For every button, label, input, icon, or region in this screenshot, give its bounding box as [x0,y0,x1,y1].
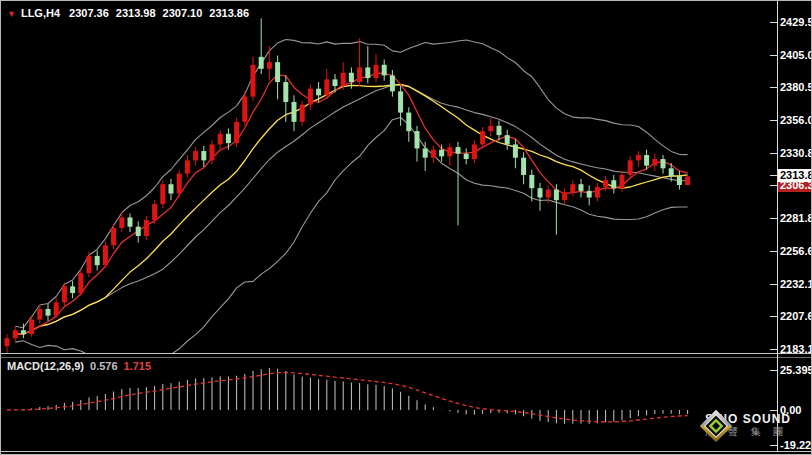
candle-body [21,330,26,334]
candle-body [37,309,42,320]
candle-body [611,180,616,188]
candle-body [251,65,256,97]
candle-body [390,75,395,91]
candle-body [406,113,411,132]
candle-body [554,190,559,201]
axis-tick-mark [770,55,777,56]
candle-body [308,89,313,105]
axis-tick-mark [770,120,777,121]
candle-body [431,150,436,158]
candle-body [505,135,510,144]
candle-body [456,147,461,154]
candle-body [103,245,108,265]
candle-body [685,176,690,185]
axis-tick-mark [770,218,777,219]
candle-body [603,180,608,187]
price-tick-label: 2232.10 [780,278,812,291]
candle-body [70,286,75,293]
axis-tick-mark [770,185,777,186]
moving-average-slow [15,85,687,335]
axis-tick-mark [770,410,777,411]
candle-body [677,176,682,185]
candle-body [423,148,428,157]
candle-body [538,188,543,197]
candle-body [185,160,190,173]
candle-body [210,144,215,160]
candle-body [111,228,116,245]
axis-tick-mark [770,175,777,176]
candle-body [513,144,518,157]
candle-body [579,184,584,191]
axis-tick-mark [770,87,777,88]
candle-body [46,309,51,316]
bollinger-middle-band [15,85,687,334]
bottom-border [1,451,811,452]
candle-body [546,190,551,198]
axis-tick-mark [770,349,777,350]
trading-chart-window: ▼LLG,H42307.362313.982307.102313.86 2429… [0,0,812,455]
macd-label-bar: MACD(12,26,9)0.5761.715 [7,360,151,372]
candle-body [636,155,641,160]
candle-body [275,62,280,82]
candle-body [488,126,493,131]
candle-body [152,204,157,220]
moving-average-fast [15,73,687,334]
price-chart-canvas[interactable] [2,2,777,353]
price-tick-label: 2256.60 [780,245,812,258]
macd-signal-value: 1.715 [124,360,152,372]
candle-body [300,105,305,122]
price-axis-line[interactable] [777,1,778,451]
candle-body [652,159,657,166]
candle-body [587,191,592,198]
candle-body [661,159,666,168]
axis-tick-mark [770,251,777,252]
axis-tick-mark [770,316,777,317]
price-tick-label: 2207.60 [780,310,812,323]
candle-body [324,79,329,95]
candle-body [595,187,600,198]
price-tick-label: 2405.00 [780,49,812,62]
open-value: 2307.36 [69,7,109,19]
panel-splitter[interactable] [1,353,811,354]
candle-body [292,102,297,122]
candle-body [78,273,83,293]
price-tick-label: 2380.50 [780,81,812,94]
candle-body [464,154,469,159]
candle-body [136,227,141,236]
price-tick-label: 2330.80 [780,147,812,160]
candle-body [365,67,370,78]
macd-signal-line [7,372,688,421]
current-price-label: 2313.86 [778,169,812,182]
candle-body [480,131,485,144]
candle-body [242,97,247,122]
macd-indicator-label: MACD(12,26,9) [7,360,84,372]
axis-tick-mark [770,284,777,285]
candle-body [13,330,18,338]
candle-body [620,175,625,188]
candle-body [415,131,420,148]
macd-main-value: 0.576 [90,360,118,372]
panel-splitter-shadow [1,357,811,358]
candle-body [341,73,346,86]
candle-body [128,217,133,226]
candle-body [177,174,182,194]
candle-body [234,122,239,143]
candle-body [398,91,403,112]
price-tick-label: 2356.00 [780,114,812,127]
candle-body [669,168,674,176]
candle-body [472,144,477,159]
close-value: 2313.86 [209,7,249,19]
candle-body [349,73,354,82]
symbol-dropdown-icon[interactable]: ▼ [7,9,16,19]
brand-watermark: SiNO SOUND 漢 聲 集 團 [699,413,791,438]
axis-tick-mark [770,22,777,23]
candle-body [95,256,100,265]
candle-body [193,151,198,160]
candle-body [226,134,231,143]
candle-body [521,158,526,175]
candle-body [283,82,288,102]
axis-tick-mark [770,153,777,154]
candle-body [628,160,633,175]
candle-body [54,302,59,315]
candle-body [119,217,124,228]
